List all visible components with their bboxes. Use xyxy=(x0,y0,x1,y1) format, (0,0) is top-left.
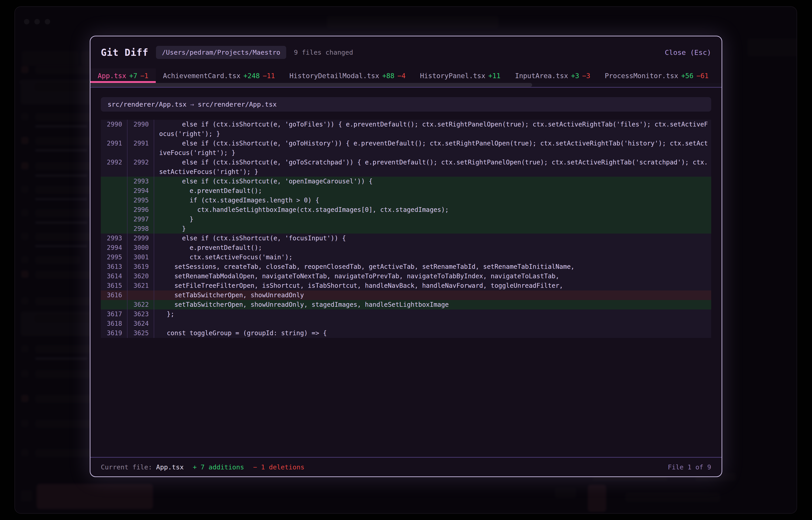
file-tab[interactable]: App.tsx+7−1 xyxy=(91,69,156,83)
code-line: setRenameTabModalOpen, navigateToNextTab… xyxy=(154,271,711,281)
old-line-number xyxy=(101,205,127,215)
new-line-number: 2999 xyxy=(127,234,154,243)
diff-file-tabs: App.tsx+7−1AchievementCard.tsx+248−11His… xyxy=(91,69,721,83)
code-line: ctx.setActiveFocus('main'); xyxy=(154,253,711,262)
code-line: } xyxy=(154,215,711,224)
new-line-number: 2995 xyxy=(127,196,154,205)
code-line: else if (ctx.isShortcut(e, 'goToFiles'))… xyxy=(154,120,711,139)
diff-row: 2995 if (ctx.stagedImages.length > 0) { xyxy=(101,196,711,205)
new-line-number: 2990 xyxy=(127,120,154,139)
code-line: else if (ctx.isShortcut(e, 'goToScratchp… xyxy=(154,158,711,177)
code-line: else if (ctx.isShortcut(e, 'focusInput')… xyxy=(154,234,711,243)
file-tab[interactable]: HistoryPanel.tsx+11 xyxy=(413,69,508,83)
modal-title: Git Diff xyxy=(101,47,148,58)
new-line-number: 2992 xyxy=(127,158,154,177)
modal-header: Git Diff /Users/pedram/Projects/Maestro … xyxy=(91,36,721,69)
file-path-to: src/renderer/App.tsx xyxy=(198,101,277,108)
diff-row: 36193625 const toggleGroup = (groupId: s… xyxy=(101,329,711,338)
code-line: ctx.handleSetLightboxImage(ctx.stagedIma… xyxy=(154,205,711,215)
diff-row: 36143620 setRenameTabModalOpen, navigate… xyxy=(101,271,711,281)
file-tab[interactable]: InputArea.tsx+3−3 xyxy=(508,69,597,83)
tabs-scrollbar[interactable] xyxy=(91,83,721,87)
diff-row: 2996 ctx.handleSetLightboxImage(ctx.stag… xyxy=(101,205,711,215)
new-line-number: 3619 xyxy=(127,262,154,271)
file-tab[interactable]: AchievementCard.tsx+248−11 xyxy=(156,69,282,83)
diff-row: 29953001 ctx.setActiveFocus('main'); xyxy=(101,253,711,262)
old-line-number: 2990 xyxy=(101,120,127,139)
diff-row: 29932999 else if (ctx.isShortcut(e, 'foc… xyxy=(101,234,711,243)
new-line-number: 2998 xyxy=(127,224,154,234)
current-file-label: Current file: xyxy=(101,463,152,471)
old-line-number xyxy=(101,300,127,310)
diff-row: 2994 e.preventDefault(); xyxy=(101,186,711,196)
code-line: e.preventDefault(); xyxy=(154,186,711,196)
new-line-number: 3622 xyxy=(127,300,154,310)
code-line: setTabSwitcherOpen, showUnreadOnly, stag… xyxy=(154,300,711,310)
new-line-number: 3623 xyxy=(127,310,154,319)
code-line: }; xyxy=(154,310,711,319)
diff-row: 2993 else if (ctx.isShortcut(e, 'openIma… xyxy=(101,177,711,186)
new-line-number: 2991 xyxy=(127,139,154,158)
diff-row: 36153621 setFileTreeFilterOpen, isShortc… xyxy=(101,281,711,290)
new-line-number: 3000 xyxy=(127,243,154,253)
diff-table: 29902990 else if (ctx.isShortcut(e, 'goT… xyxy=(101,120,711,338)
code-line: const toggleGroup = (groupId: string) =>… xyxy=(154,329,711,338)
old-line-number: 3618 xyxy=(101,319,127,329)
old-line-number: 3613 xyxy=(101,262,127,271)
file-tab[interactable]: ProcessMonitor.tsx+56−61 xyxy=(597,69,716,83)
arrow-right-icon: → xyxy=(190,101,194,108)
code-line: setSessions, createTab, closeTab, reopen… xyxy=(154,262,711,271)
file-tab[interactable]: HistoryDetailModal.tsx+88−4 xyxy=(282,69,413,83)
old-line-number xyxy=(101,215,127,224)
code-line: e.preventDefault(); xyxy=(154,243,711,253)
code-line: else if (ctx.isShortcut(e, 'goToHistory'… xyxy=(154,139,711,158)
files-changed-count: 9 files changed xyxy=(294,49,353,56)
diff-row: 36183624 xyxy=(101,319,711,329)
git-diff-modal: Git Diff /Users/pedram/Projects/Maestro … xyxy=(90,36,722,477)
old-line-number xyxy=(101,177,127,186)
old-line-number: 2992 xyxy=(101,158,127,177)
old-line-number: 2993 xyxy=(101,234,127,243)
diff-row: 36133619 setSessions, createTab, closeTa… xyxy=(101,262,711,271)
current-file-name: App.tsx xyxy=(156,463,183,471)
file-path-header: src/renderer/App.tsx → src/renderer/App.… xyxy=(101,97,711,111)
file-position-indicator: File 1 of 9 xyxy=(668,463,711,471)
new-line-number: 2994 xyxy=(127,186,154,196)
old-line-number: 3619 xyxy=(101,329,127,338)
old-line-number: 3616 xyxy=(101,290,127,300)
diff-row: 3616 setTabSwitcherOpen, showUnreadOnly xyxy=(101,290,711,300)
close-button[interactable]: Close (Esc) xyxy=(665,48,711,56)
file-tab[interactable]: Stand xyxy=(716,69,721,83)
new-line-number: 2997 xyxy=(127,215,154,224)
old-line-number: 3615 xyxy=(101,281,127,290)
code-line: } xyxy=(154,224,711,234)
diff-row: 3622 setTabSwitcherOpen, showUnreadOnly,… xyxy=(101,300,711,310)
diff-row: 29922992 else if (ctx.isShortcut(e, 'goT… xyxy=(101,158,711,177)
code-line: setTabSwitcherOpen, showUnreadOnly xyxy=(154,290,711,300)
tabs-scrollbar-thumb[interactable] xyxy=(91,83,532,87)
code-line: setFileTreeFilterOpen, isShortcut, isTab… xyxy=(154,281,711,290)
diff-row: 29943000 e.preventDefault(); xyxy=(101,243,711,253)
diff-content: src/renderer/App.tsx → src/renderer/App.… xyxy=(91,88,721,457)
diff-row: 2998 } xyxy=(101,224,711,234)
modal-footer: Current file: App.tsx + 7 additions − 1 … xyxy=(91,457,721,476)
old-line-number xyxy=(101,224,127,234)
diff-row: 2997 } xyxy=(101,215,711,224)
old-line-number: 3614 xyxy=(101,271,127,281)
code-line: else if (ctx.isShortcut(e, 'openImageCar… xyxy=(154,177,711,186)
new-line-number: 3625 xyxy=(127,329,154,338)
old-line-number: 2991 xyxy=(101,139,127,158)
code-line xyxy=(154,319,711,329)
new-line-number: 3624 xyxy=(127,319,154,329)
diff-row: 29912991 else if (ctx.isShortcut(e, 'goT… xyxy=(101,139,711,158)
new-line-number: 3620 xyxy=(127,271,154,281)
new-line-number: 3001 xyxy=(127,253,154,262)
old-line-number: 2995 xyxy=(101,253,127,262)
old-line-number: 3617 xyxy=(101,310,127,319)
old-line-number: 2994 xyxy=(101,243,127,253)
new-line-number: 3621 xyxy=(127,281,154,290)
additions-count: + 7 additions xyxy=(193,463,244,471)
old-line-number xyxy=(101,196,127,205)
new-line-number: 2996 xyxy=(127,205,154,215)
old-line-number xyxy=(101,186,127,196)
